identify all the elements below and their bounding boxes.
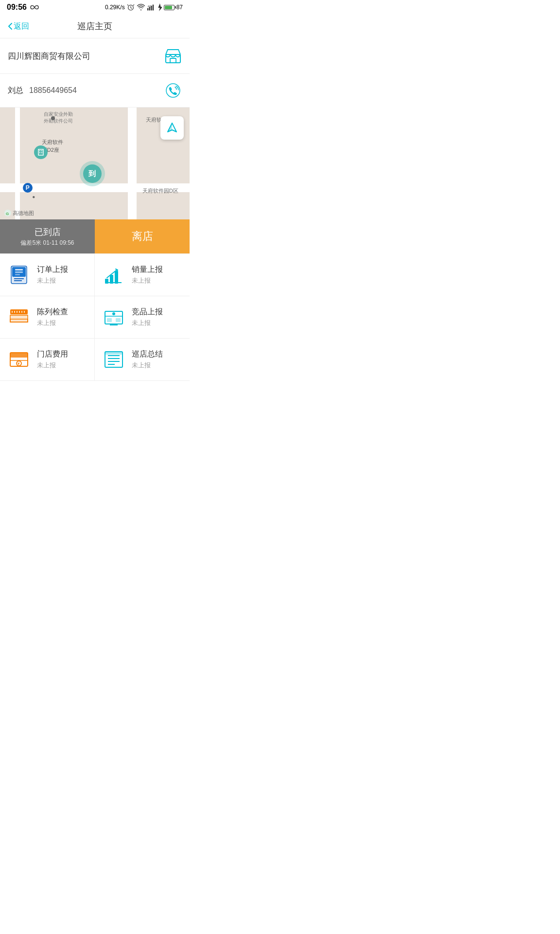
order-icon <box>8 264 30 286</box>
contact-info: 刘总 18856449654 <box>8 86 77 96</box>
svg-rect-22 <box>15 271 23 273</box>
competitor-icon <box>103 306 125 328</box>
display-check-text: 陈列检查 未上报 <box>37 307 68 327</box>
nav-bar: 返回 巡店主页 <box>0 15 190 38</box>
feature-grid: 订单上报 未上报 销量上报 未上报 <box>0 253 190 381</box>
store-cost-text: 门店费用 未上报 <box>37 349 68 370</box>
page-title: 巡店主页 <box>77 20 112 32</box>
svg-rect-11 <box>41 150 42 151</box>
battery-level: 87 <box>176 4 183 11</box>
sales-report-text: 销量上报 未上报 <box>132 265 163 285</box>
feature-display-check[interactable]: 陈列检查 未上报 <box>0 296 95 339</box>
svg-rect-56 <box>105 352 122 355</box>
svg-rect-41 <box>107 318 112 322</box>
leave-button[interactable]: 离店 <box>95 219 190 253</box>
feature-competitor-report[interactable]: 竞品上报 未上报 <box>95 296 190 339</box>
svg-rect-13 <box>41 152 42 153</box>
company-name: 四川辉图商贸有限公司 <box>8 51 90 62</box>
shop-icon <box>164 47 182 65</box>
tour-summary-text: 巡店总结 未上报 <box>132 349 163 370</box>
cost-icon: ¥ <box>8 348 30 371</box>
svg-rect-4 <box>152 4 153 10</box>
svg-rect-7 <box>170 58 176 63</box>
competitor-report-text: 竞品上报 未上报 <box>132 307 163 327</box>
svg-rect-29 <box>10 309 28 314</box>
signal-icon: 4G <box>147 4 155 11</box>
sales-icon <box>103 264 125 286</box>
gaode-label: G 高德地图 <box>4 209 34 217</box>
battery-indicator <box>164 5 175 10</box>
charging-icon <box>157 3 162 11</box>
map-label-wq: 自家安业外勤外勤软件公司 <box>44 111 73 125</box>
svg-text:¥: ¥ <box>18 361 20 366</box>
svg-rect-42 <box>116 318 121 322</box>
infinity-icon <box>30 4 39 11</box>
arrived-button[interactable]: 已到店 偏差5米 01-11 09:56 <box>0 219 95 253</box>
svg-rect-23 <box>15 274 20 275</box>
navigation-button[interactable] <box>160 116 184 140</box>
feature-tour-summary[interactable]: 巡店总结 未上报 <box>95 339 190 381</box>
map-container: 天府软件园D区 自家安业外勤外勤软件公司 天府软件园D2座 天府软件园D区 到 <box>0 108 190 219</box>
wifi-icon <box>137 4 145 11</box>
action-buttons: 已到店 偏差5米 01-11 09:56 离店 <box>0 219 190 253</box>
contact-section: 刘总 18856449654 <box>0 74 190 108</box>
svg-text:4G: 4G <box>147 5 151 8</box>
feature-store-cost[interactable]: ¥ 门店费用 未上报 <box>0 339 95 381</box>
svg-rect-9 <box>38 149 43 155</box>
arrived-text: 已到店 <box>35 226 61 238</box>
back-arrow-icon <box>8 22 13 30</box>
parking-icon: P <box>23 183 33 193</box>
summary-icon <box>103 348 125 371</box>
svg-point-8 <box>166 84 180 97</box>
svg-rect-47 <box>10 353 28 358</box>
svg-rect-10 <box>39 150 40 151</box>
svg-rect-26 <box>115 271 118 284</box>
back-button[interactable]: 返回 <box>8 21 29 32</box>
status-time: 09:56 <box>7 3 27 12</box>
phone-icon[interactable] <box>164 82 182 99</box>
map-label-tianfu-bottom: 天府软件园D区 <box>142 187 178 195</box>
map-background: 天府软件园D区 自家安业外勤外勤软件公司 天府软件园D2座 天府软件园D区 到 <box>0 108 190 219</box>
status-right: 0.29K/s 4G 87 <box>105 3 183 11</box>
feature-order-report[interactable]: 订单上报 未上报 <box>0 254 95 296</box>
alarm-icon <box>127 3 135 11</box>
gaode-icon: G <box>4 209 12 217</box>
road-v-left <box>15 108 20 219</box>
order-report-text: 订单上报 未上报 <box>37 265 68 285</box>
svg-rect-21 <box>15 269 23 270</box>
building-d2-marker <box>34 145 48 159</box>
feature-sales-report[interactable]: 销量上报 未上报 <box>95 254 190 296</box>
svg-rect-1 <box>147 8 148 11</box>
svg-text:G: G <box>6 212 9 216</box>
parking-dot: ● <box>32 194 35 199</box>
location-pin: 到 <box>80 161 105 186</box>
status-bar: 09:56 0.29K/s 4G <box>0 0 190 15</box>
svg-point-40 <box>112 312 115 315</box>
contact-name: 刘总 <box>8 86 23 96</box>
contact-phone: 18856449654 <box>29 86 77 95</box>
display-icon <box>8 306 30 328</box>
company-section: 四川辉图商贸有限公司 <box>0 38 190 74</box>
speed-text: 0.29K/s <box>105 4 125 11</box>
road-vertical <box>128 108 137 219</box>
svg-rect-12 <box>39 152 40 153</box>
arrived-sub: 偏差5米 01-11 09:56 <box>20 239 74 247</box>
